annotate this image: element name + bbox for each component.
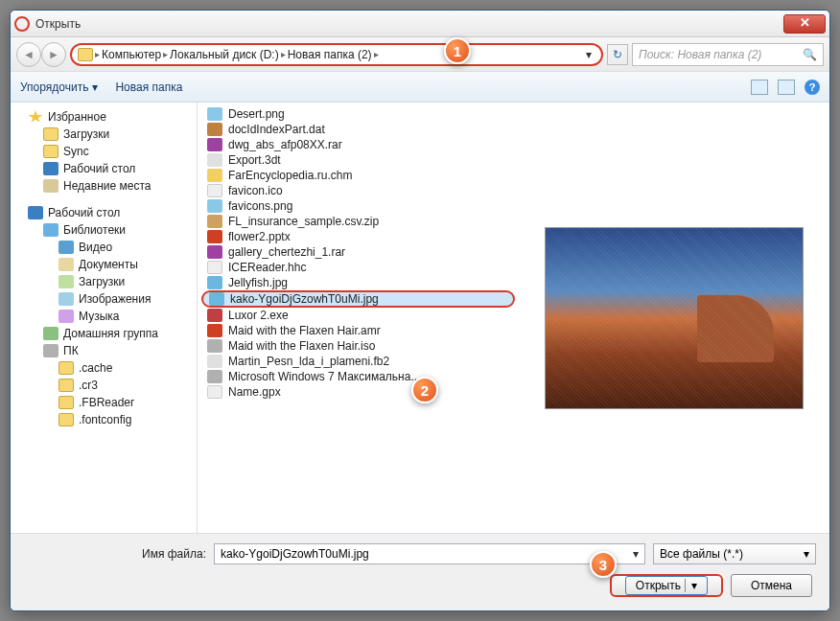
- folder-icon: [43, 145, 58, 158]
- file-row[interactable]: Export.3dt: [198, 152, 519, 168]
- file-name: favicons.png: [228, 199, 292, 213]
- sidebar-item[interactable]: Видео: [11, 239, 197, 256]
- file-row[interactable]: Jellyfish.jpg: [198, 275, 519, 290]
- file-icon: [207, 370, 222, 383]
- file-name: Maid with the Flaxen Hair.amr: [228, 324, 381, 337]
- sidebar: Избранное Загрузки Sync Рабочий стол Нед…: [11, 103, 198, 533]
- navbar: ◄ ► ▸ Компьютер ▸ Локальный диск (D:) ▸ …: [11, 37, 829, 72]
- file-row[interactable]: FL_insurance_sample.csv.zip: [198, 214, 519, 229]
- folder-icon: [58, 361, 74, 375]
- star-icon: [28, 110, 43, 124]
- close-button[interactable]: ✕: [783, 14, 826, 34]
- sidebar-item[interactable]: Документы: [11, 256, 197, 273]
- file-name: docIdIndexPart.dat: [228, 123, 325, 136]
- footer: Имя файла: kako-YgoiDjGzowhT0uMi.jpg▾ Вс…: [11, 533, 829, 610]
- file-list[interactable]: Desert.pngdocIdIndexPart.datdwg_abs_afp0…: [198, 103, 519, 533]
- sidebar-item[interactable]: Загрузки: [11, 126, 197, 143]
- file-name: Desert.png: [228, 107, 285, 121]
- callout-2: 2: [411, 377, 438, 403]
- file-row[interactable]: FarEncyclopedia.ru.chm: [198, 168, 519, 183]
- search-icon: 🔍: [803, 48, 817, 61]
- file-row[interactable]: kako-YgoiDjGzowhT0uMi.jpg: [201, 290, 515, 308]
- toolbar: Упорядочить ▾ Новая папка ?: [11, 72, 829, 103]
- callout-3: 3: [590, 551, 617, 578]
- chevron-down-icon[interactable]: ▾: [582, 48, 595, 61]
- file-name: Export.3dt: [228, 153, 281, 167]
- folder-icon: [78, 48, 93, 61]
- desktop-icon: [43, 162, 58, 175]
- filetype-select[interactable]: Все файлы (*.*)▾: [653, 543, 816, 564]
- sidebar-item[interactable]: Изображения: [11, 290, 197, 308]
- refresh-button[interactable]: ↻: [607, 44, 628, 65]
- file-row[interactable]: flower2.pptx: [198, 229, 519, 244]
- search-placeholder: Поиск: Новая папка (2): [639, 48, 761, 61]
- help-icon[interactable]: ?: [805, 80, 820, 95]
- file-name: Name.gpx: [228, 385, 281, 399]
- sidebar-item[interactable]: .FBReader: [11, 394, 197, 411]
- file-row[interactable]: Microsoft Windows 7 Максимальна...: [198, 369, 519, 384]
- file-row[interactable]: dwg_abs_afp08XX.rar: [198, 137, 519, 152]
- back-button[interactable]: ◄: [16, 42, 41, 67]
- preview-pane: [519, 103, 829, 533]
- chevron-down-icon[interactable]: ▾: [633, 547, 639, 561]
- filename-input[interactable]: kako-YgoiDjGzowhT0uMi.jpg▾: [214, 543, 645, 564]
- sidebar-item[interactable]: .cache: [11, 359, 197, 377]
- file-name: flower2.pptx: [228, 230, 291, 243]
- music-icon: [58, 310, 74, 323]
- file-row[interactable]: Desert.png: [198, 106, 519, 122]
- sidebar-item[interactable]: Рабочий стол: [11, 160, 197, 177]
- forward-button[interactable]: ►: [41, 42, 66, 67]
- sidebar-desktop[interactable]: Рабочий стол: [11, 204, 197, 221]
- file-row[interactable]: gallery_chertezhi_1.rar: [198, 244, 519, 260]
- sidebar-item[interactable]: Загрузки: [11, 273, 197, 290]
- doc-icon: [58, 258, 74, 271]
- file-row[interactable]: favicon.ico: [198, 183, 519, 198]
- file-icon: [207, 153, 222, 167]
- folder-icon: [58, 396, 74, 409]
- file-name: favicon.ico: [228, 184, 283, 197]
- breadcrumb-item[interactable]: Компьютер: [102, 48, 161, 61]
- file-row[interactable]: Name.gpx: [198, 384, 519, 400]
- file-name: Luxor 2.exe: [228, 309, 289, 322]
- view-icon[interactable]: [751, 80, 768, 95]
- sidebar-favorites[interactable]: Избранное: [11, 108, 197, 126]
- preview-pane-icon[interactable]: [778, 80, 795, 95]
- file-icon: [207, 385, 222, 399]
- pc-icon: [43, 344, 58, 357]
- sidebar-item[interactable]: .fontconfig: [11, 411, 197, 428]
- file-row[interactable]: Maid with the Flaxen Hair.amr: [198, 323, 519, 338]
- file-name: Jellyfish.jpg: [228, 276, 288, 289]
- new-folder-button[interactable]: Новая папка: [115, 80, 182, 94]
- sidebar-item[interactable]: .cr3: [11, 377, 197, 394]
- open-button[interactable]: Открыть▾: [610, 574, 723, 597]
- search-input[interactable]: Поиск: Новая папка (2) 🔍: [632, 43, 824, 66]
- window-title: Открыть: [35, 17, 81, 31]
- cancel-button[interactable]: Отмена: [731, 574, 812, 597]
- file-row[interactable]: Luxor 2.exe: [198, 308, 519, 323]
- file-row[interactable]: Martin_Pesn_lda_i_plameni.fb2: [198, 354, 519, 369]
- breadcrumb-item[interactable]: Локальный диск (D:): [170, 48, 279, 61]
- file-icon: [207, 261, 222, 274]
- sidebar-item[interactable]: Музыка: [11, 308, 197, 325]
- chevron-down-icon: ▾: [804, 547, 809, 561]
- image-icon: [58, 292, 74, 306]
- sidebar-libraries[interactable]: Библиотеки: [11, 221, 197, 239]
- file-row[interactable]: docIdIndexPart.dat: [198, 122, 519, 137]
- file-icon: [207, 138, 222, 151]
- file-icon: [207, 355, 222, 368]
- sidebar-item[interactable]: Sync: [11, 143, 197, 160]
- sidebar-pc[interactable]: ПК: [11, 342, 197, 359]
- download-icon: [58, 275, 74, 288]
- breadcrumb-item[interactable]: Новая папка (2): [288, 48, 372, 61]
- file-name: FarEncyclopedia.ru.chm: [228, 169, 352, 182]
- file-icon: [207, 245, 222, 259]
- file-row[interactable]: favicons.png: [198, 198, 519, 214]
- file-row[interactable]: Maid with the Flaxen Hair.iso: [198, 338, 519, 354]
- file-name: kako-YgoiDjGzowhT0uMi.jpg: [230, 292, 379, 306]
- organize-button[interactable]: Упорядочить ▾: [20, 80, 98, 94]
- file-icon: [207, 339, 222, 353]
- breadcrumb[interactable]: ▸ Компьютер ▸ Локальный диск (D:) ▸ Нова…: [70, 43, 603, 66]
- sidebar-homegroup[interactable]: Домашняя группа: [11, 325, 197, 342]
- sidebar-item[interactable]: Недавние места: [11, 177, 197, 195]
- file-row[interactable]: ICEReader.hhc: [198, 260, 519, 275]
